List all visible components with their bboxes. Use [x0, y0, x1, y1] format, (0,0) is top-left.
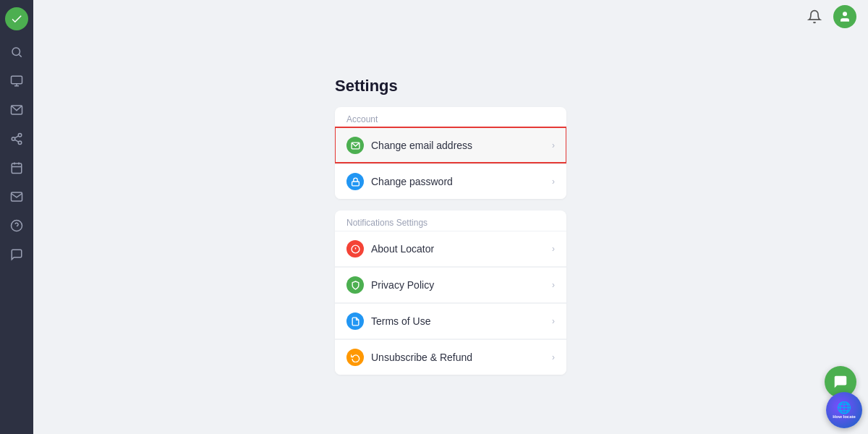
unsubscribe-refund-row[interactable]: Unsubscribe & Refund › [335, 339, 566, 375]
monitor-icon [10, 75, 23, 88]
privacy-policy-icon [346, 276, 364, 294]
user-icon [838, 10, 851, 23]
mail-icon [10, 103, 23, 116]
chat-icon [10, 248, 23, 261]
svg-point-6 [18, 134, 22, 137]
terms-of-use-label: Terms of Use [371, 315, 552, 327]
how-locate-badge[interactable]: 🌐 How locate [826, 392, 862, 428]
sidebar-logo[interactable] [5, 7, 28, 30]
sidebar-item-chat[interactable] [4, 242, 30, 268]
svg-point-8 [18, 141, 22, 145]
change-password-chevron: › [552, 176, 555, 187]
unsubscribe-refund-chevron: › [552, 352, 555, 362]
envelope-icon [10, 190, 23, 203]
chat-bubble-icon [833, 374, 848, 390]
sidebar-item-envelope[interactable] [4, 184, 30, 210]
svg-line-10 [14, 136, 18, 138]
notifications-card: Notifications Settings About Locator › [335, 210, 566, 375]
about-locator-row[interactable]: About Locator › [335, 231, 566, 266]
privacy-policy-row[interactable]: Privacy Policy › [335, 267, 566, 302]
topbar [33, 0, 868, 33]
sidebar [0, 0, 33, 434]
settings-title: Settings [335, 77, 566, 95]
how-locate-text: How locate [833, 414, 856, 420]
change-password-icon [346, 173, 364, 190]
privacy-policy-label: Privacy Policy [371, 279, 552, 291]
svg-point-7 [12, 137, 15, 141]
sidebar-item-help[interactable] [4, 213, 30, 239]
change-password-label: Change password [371, 176, 552, 187]
search-icon [10, 46, 23, 59]
svg-point-17 [843, 12, 847, 16]
sidebar-item-monitor[interactable] [4, 68, 30, 94]
sidebar-item-share[interactable] [4, 126, 30, 152]
notifications-section-label: Notifications Settings [335, 210, 566, 231]
privacy-policy-chevron: › [552, 280, 555, 290]
svg-rect-19 [352, 181, 359, 185]
main-content: Settings Account Change email address › [33, 0, 868, 434]
sidebar-item-search[interactable] [4, 39, 30, 65]
help-icon [10, 219, 23, 232]
account-section-label: Account [335, 107, 566, 127]
change-email-chevron: › [552, 140, 555, 150]
svg-point-0 [12, 48, 20, 56]
unsubscribe-refund-label: Unsubscribe & Refund [371, 352, 552, 363]
settings-panel: Settings Account Change email address › [335, 77, 566, 386]
bell-icon [807, 9, 822, 24]
about-locator-icon [346, 240, 364, 258]
terms-of-use-chevron: › [552, 316, 555, 326]
svg-rect-2 [12, 76, 22, 84]
unsubscribe-refund-icon [346, 349, 364, 366]
sidebar-item-mail[interactable] [4, 97, 30, 123]
calendar-icon [10, 161, 23, 174]
change-password-row[interactable]: Change password › [335, 163, 566, 199]
terms-of-use-icon [346, 312, 364, 330]
about-locator-chevron: › [552, 244, 555, 254]
content-area: Settings Account Change email address › [33, 33, 868, 434]
check-icon [10, 12, 23, 25]
change-email-label: Change email address [371, 140, 552, 151]
user-avatar-button[interactable] [833, 5, 856, 28]
change-email-row[interactable]: Change email address › [335, 127, 566, 163]
terms-of-use-row[interactable]: Terms of Use › [335, 303, 566, 339]
sidebar-item-calendar[interactable] [4, 155, 30, 181]
about-locator-label: About Locator [371, 243, 552, 255]
change-email-icon [346, 137, 364, 154]
notification-bell-button[interactable] [803, 5, 826, 28]
svg-line-1 [19, 54, 21, 56]
svg-line-9 [14, 140, 18, 142]
svg-rect-11 [12, 163, 22, 174]
share-icon [10, 132, 23, 145]
account-card: Account Change email address › [335, 107, 566, 199]
